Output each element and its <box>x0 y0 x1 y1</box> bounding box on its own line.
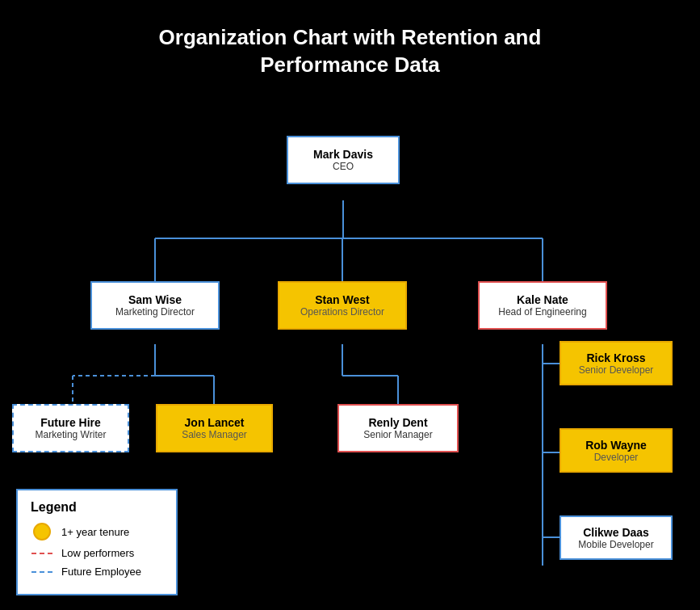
node-role: Sales Manager <box>182 429 247 440</box>
pink-dash-icon <box>31 553 52 554</box>
node-role: Senior Developer <box>579 364 654 376</box>
yellow-circle-icon <box>33 523 51 541</box>
tenure-icon <box>31 523 53 541</box>
node-role: Operations Director <box>300 306 384 318</box>
title-line1: Organization Chart with Retention and <box>159 25 542 49</box>
node-kale-nate: Kale Nate Head of Engineering <box>478 281 607 330</box>
legend-item-low-performers: Low performers <box>31 547 163 559</box>
legend-item-tenure: 1+ year tenure <box>31 523 163 541</box>
node-sam-wise: Sam Wise Marketing Director <box>90 281 220 330</box>
node-name: Rob Wayne <box>585 439 647 452</box>
node-name: Stan West <box>315 293 369 306</box>
node-mark-davis: Mark Davis CEO <box>287 136 400 184</box>
legend-label: 1+ year tenure <box>61 526 129 538</box>
node-rick-kross: Rick Kross Senior Developer <box>560 341 673 385</box>
node-role: Developer <box>594 452 639 463</box>
legend-label: Low performers <box>61 547 134 559</box>
node-name: Sam Wise <box>128 293 182 306</box>
legend-title: Legend <box>31 500 163 515</box>
node-role: Marketing Writer <box>36 429 107 440</box>
node-future-hire: Future Hire Marketing Writer <box>12 404 129 452</box>
chart-title: Organization Chart with Retention and Pe… <box>0 0 700 79</box>
node-name: Mark Davis <box>313 148 373 161</box>
node-role: CEO <box>333 161 354 172</box>
node-role: Head of Engineering <box>498 306 586 318</box>
node-renly-dent: Renly Dent Senior Manager <box>337 404 459 452</box>
node-name: Renly Dent <box>368 416 427 429</box>
future-employee-icon <box>31 571 53 573</box>
node-name: Future Hire <box>40 416 101 429</box>
node-name: Jon Lancet <box>185 416 245 429</box>
node-role: Marketing Director <box>115 306 195 318</box>
chart-container: Organization Chart with Retention and Pe… <box>0 0 700 610</box>
node-name: Rick Kross <box>586 351 645 364</box>
legend-box: Legend 1+ year tenure Low performers Fut… <box>16 489 178 595</box>
low-performers-icon <box>31 553 53 554</box>
node-jon-lancet: Jon Lancet Sales Manager <box>156 404 273 452</box>
node-name: Kale Nate <box>517 293 568 306</box>
node-rob-wayne: Rob Wayne Developer <box>560 428 673 473</box>
legend-label: Future Employee <box>61 566 141 578</box>
blue-dash-icon <box>31 571 52 573</box>
legend-item-future: Future Employee <box>31 566 163 578</box>
node-role: Mobile Developer <box>578 539 653 550</box>
node-role: Senior Manager <box>363 429 432 440</box>
node-name: Clikwe Daas <box>583 526 649 539</box>
title-line2: Performance Data <box>260 53 440 77</box>
node-stan-west: Stan West Operations Director <box>278 281 407 330</box>
node-clikwe-daas: Clikwe Daas Mobile Developer <box>560 515 673 560</box>
